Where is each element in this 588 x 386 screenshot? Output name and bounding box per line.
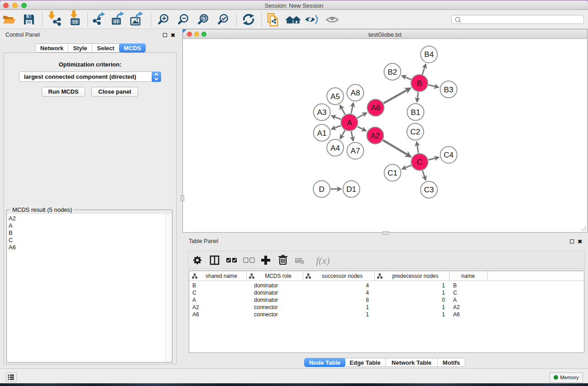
- svg-text:B: B: [417, 79, 422, 88]
- svg-text:A3: A3: [317, 108, 327, 117]
- svg-text:successor nodes: successor nodes: [322, 273, 363, 279]
- svg-text:B1: B1: [411, 108, 421, 117]
- svg-text:D1: D1: [346, 185, 356, 194]
- svg-text:B4: B4: [424, 50, 434, 59]
- svg-text:D: D: [319, 185, 324, 194]
- svg-text:C2: C2: [411, 128, 421, 136]
- svg-text:MCDS role: MCDS role: [265, 273, 292, 279]
- svg-text:name: name: [461, 273, 475, 279]
- svg-text:C: C: [417, 158, 422, 167]
- svg-text:B3: B3: [444, 86, 454, 94]
- svg-text:C3: C3: [424, 186, 434, 194]
- svg-text:shared name: shared name: [206, 273, 237, 279]
- svg-text:predecessor nodes: predecessor nodes: [392, 273, 438, 279]
- svg-text:A5: A5: [330, 92, 340, 101]
- svg-text:A: A: [347, 119, 352, 127]
- svg-text:A2: A2: [371, 132, 380, 140]
- svg-text:C4: C4: [444, 151, 454, 159]
- svg-text:B2: B2: [388, 68, 397, 76]
- svg-text:A6: A6: [371, 104, 380, 112]
- svg-text:f(x): f(x): [316, 255, 330, 266]
- svg-text:A7: A7: [351, 147, 360, 155]
- svg-text:A8: A8: [351, 89, 360, 97]
- svg-text:C1: C1: [387, 169, 397, 177]
- svg-text:A1: A1: [317, 129, 327, 138]
- svg-text:A4: A4: [330, 144, 340, 152]
